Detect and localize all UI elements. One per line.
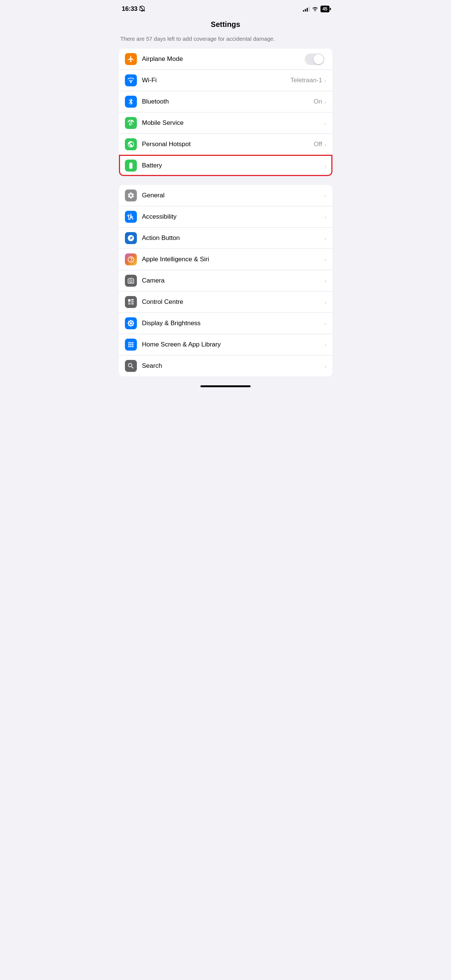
apple-intelligence-chevron: ›: [325, 256, 327, 263]
battery-chevron: ›: [325, 162, 327, 169]
svg-point-3: [131, 124, 131, 125]
svg-rect-6: [128, 299, 131, 302]
personal-hotspot-item[interactable]: Personal Hotspot Off ›: [119, 134, 333, 155]
home-screen-chevron: ›: [325, 342, 327, 348]
action-button-icon: [125, 232, 137, 244]
control-centre-icon: [125, 296, 137, 308]
general-icon: [125, 189, 137, 202]
control-centre-chevron: ›: [325, 299, 327, 305]
display-brightness-label: Display & Brightness: [142, 320, 325, 327]
apple-intelligence-label: Apple Intelligence & Siri: [142, 256, 325, 263]
wifi-item[interactable]: Wi-Fi Teletraan-1 ›: [119, 70, 333, 91]
battery-item[interactable]: Battery ›: [119, 155, 333, 176]
home-screen-item[interactable]: Home Screen & App Library ›: [119, 334, 333, 355]
system-group: General › Accessibility › Action Button …: [119, 185, 333, 376]
camera-item[interactable]: Camera ›: [119, 270, 333, 291]
display-brightness-icon: [125, 317, 137, 329]
airplane-mode-toggle[interactable]: [305, 53, 324, 65]
search-item[interactable]: Search ›: [119, 355, 333, 376]
airplane-mode-label: Airplane Mode: [142, 55, 305, 63]
camera-chevron: ›: [325, 278, 327, 284]
svg-rect-2: [130, 122, 131, 124]
bluetooth-value: On: [314, 98, 322, 105]
airplane-mode-icon: [125, 53, 137, 65]
battery-icon: [125, 160, 137, 172]
wifi-label: Wi-Fi: [142, 76, 290, 84]
silent-icon: [140, 6, 145, 13]
svg-rect-10: [131, 302, 134, 305]
search-icon: [125, 360, 137, 372]
control-centre-label: Control Centre: [142, 298, 325, 306]
accessibility-item[interactable]: Accessibility ›: [119, 206, 333, 227]
svg-point-4: [130, 214, 131, 215]
wifi-value: Teletraan-1: [290, 76, 322, 84]
home-screen-icon: [125, 339, 137, 351]
personal-hotspot-value: Off: [314, 140, 322, 148]
wifi-icon: [125, 75, 137, 86]
status-icons: 45: [303, 6, 329, 12]
page-title: Settings: [113, 16, 338, 35]
accessibility-icon: [125, 211, 137, 223]
personal-hotspot-label: Personal Hotspot: [142, 140, 314, 148]
personal-hotspot-icon: [125, 138, 137, 150]
mobile-service-item[interactable]: Mobile Service ›: [119, 112, 333, 134]
wifi-status-icon: [312, 6, 318, 12]
search-label: Search: [142, 362, 325, 370]
personal-hotspot-chevron: ›: [325, 141, 327, 148]
apple-intelligence-item[interactable]: Apple Intelligence & Siri ›: [119, 248, 333, 270]
camera-label: Camera: [142, 277, 325, 285]
airplane-mode-item[interactable]: Airplane Mode: [119, 49, 333, 70]
accessibility-label: Accessibility: [142, 213, 325, 221]
connectivity-group: Airplane Mode Wi-Fi Teletraan-1 › Blueto…: [119, 49, 333, 176]
home-indicator: [201, 385, 250, 387]
mobile-service-label: Mobile Service: [142, 119, 325, 127]
bluetooth-icon: [125, 96, 137, 108]
accessibility-chevron: ›: [325, 214, 327, 220]
svg-rect-9: [128, 302, 131, 305]
battery-label: Battery: [142, 162, 325, 169]
camera-icon: [125, 275, 137, 287]
coverage-notice-text: There are 57 days left to add coverage f…: [120, 35, 275, 42]
action-button-label: Action Button: [142, 234, 325, 242]
bluetooth-item[interactable]: Bluetooth On ›: [119, 91, 333, 112]
battery-status-icon: 45: [320, 6, 329, 12]
status-bar: 16:33 45: [113, 0, 338, 16]
bluetooth-label: Bluetooth: [142, 98, 314, 105]
general-chevron: ›: [325, 192, 327, 199]
action-button-chevron: ›: [325, 235, 327, 242]
signal-icon: [303, 6, 310, 11]
general-label: General: [142, 192, 325, 199]
general-item[interactable]: General ›: [119, 185, 333, 206]
status-time: 16:33: [122, 5, 138, 13]
wifi-chevron: ›: [325, 77, 327, 84]
display-brightness-item[interactable]: Display & Brightness ›: [119, 312, 333, 334]
mobile-service-chevron: ›: [325, 120, 327, 126]
control-centre-item[interactable]: Control Centre ›: [119, 291, 333, 312]
home-screen-label: Home Screen & App Library: [142, 341, 325, 348]
action-button-item[interactable]: Action Button ›: [119, 227, 333, 248]
coverage-notice: There are 57 days left to add coverage f…: [113, 35, 338, 49]
display-brightness-chevron: ›: [325, 320, 327, 327]
bluetooth-chevron: ›: [325, 99, 327, 105]
apple-intelligence-icon: [125, 253, 137, 266]
mobile-service-icon: [125, 117, 137, 129]
svg-rect-8: [131, 301, 134, 302]
svg-rect-7: [131, 299, 134, 301]
search-chevron: ›: [325, 363, 327, 369]
toggle-thumb: [313, 54, 324, 64]
